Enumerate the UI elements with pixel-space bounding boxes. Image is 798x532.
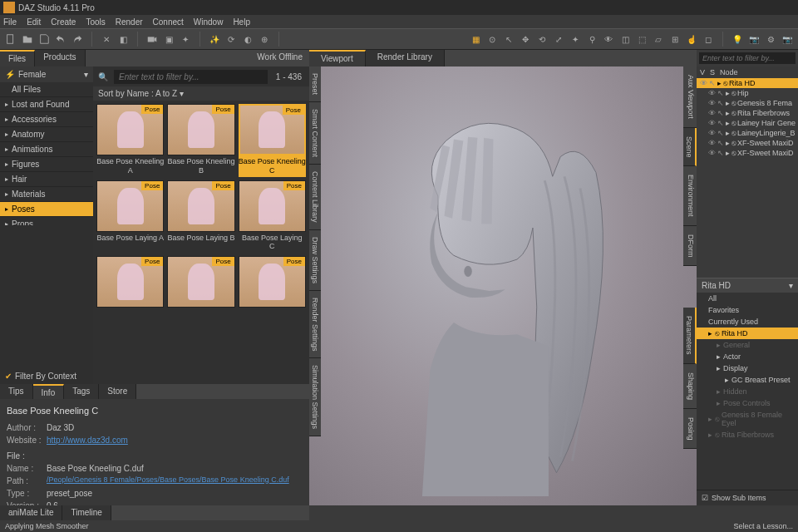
adjust-icon[interactable]: ⟳ xyxy=(224,32,239,47)
tab-products[interactable]: Products xyxy=(35,50,85,66)
expand-icon[interactable]: ▸ xyxy=(726,119,730,127)
pose-item[interactable]: PoseBase Pose Kneeling A xyxy=(96,104,164,177)
category-item[interactable]: ▸Accessories xyxy=(0,112,93,127)
expand-icon[interactable]: ▸ xyxy=(717,364,721,372)
param-item[interactable]: ▸General xyxy=(697,339,798,351)
expand-icon[interactable]: ▸ xyxy=(726,99,730,107)
category-item[interactable]: ▸Anatomy xyxy=(0,127,93,142)
param-item[interactable]: ▸⎋Genesis 8 Female Eyel xyxy=(697,409,798,429)
tab-timeline[interactable]: Timeline xyxy=(62,505,111,520)
side-tab[interactable]: Preset xyxy=(309,66,321,102)
side-tab[interactable]: Simulation Settings xyxy=(309,358,321,436)
expand-icon[interactable]: ▸ xyxy=(717,79,722,87)
param-item[interactable]: ▸⎋Rita Fiberbrows xyxy=(697,429,798,441)
select-icon[interactable]: ↖ xyxy=(717,139,724,147)
pose-item[interactable]: Pose xyxy=(239,256,306,311)
wand-icon[interactable]: ✨ xyxy=(207,32,222,47)
select-icon[interactable]: ↖ xyxy=(717,129,724,137)
param-item[interactable]: ▸Display xyxy=(697,362,798,374)
scene-node[interactable]: 👁↖▸⎋Genesis 8 Fema xyxy=(697,98,798,108)
circle-icon[interactable]: ⊙ xyxy=(485,32,500,47)
menu-connect[interactable]: Connect xyxy=(153,17,184,27)
side-tab[interactable]: Content Library xyxy=(309,165,321,230)
tool2-icon[interactable]: ◐ xyxy=(240,32,255,47)
side-tab[interactable]: Environment xyxy=(683,166,697,226)
render2-icon[interactable]: 📷 xyxy=(780,32,795,47)
category-item[interactable]: ▸Figures xyxy=(0,157,93,172)
side-tab[interactable]: Shaping xyxy=(683,364,697,409)
expand-icon[interactable]: ▸ xyxy=(726,149,730,157)
tab-files[interactable]: Files xyxy=(0,50,35,66)
side-tab[interactable]: Posing xyxy=(683,409,697,450)
param-item[interactable]: ▸Pose Controls xyxy=(697,397,798,409)
redo-icon[interactable] xyxy=(70,32,85,47)
param-item[interactable]: ▸GC Breast Preset xyxy=(697,374,798,386)
scene-node[interactable]: 👁↖▸⎋Rita Fiberbrows xyxy=(697,108,798,118)
select-icon[interactable]: ↖ xyxy=(717,109,724,117)
tab-render-library[interactable]: Render Library xyxy=(366,50,445,66)
expand-icon[interactable]: ▸ xyxy=(717,341,721,349)
param-item[interactable]: All xyxy=(697,293,798,304)
undo-icon[interactable] xyxy=(53,32,68,47)
side-tab[interactable]: Parameters xyxy=(683,308,697,364)
tool3-icon[interactable]: ⊕ xyxy=(257,32,272,47)
expand-icon[interactable]: ▸ xyxy=(717,399,721,407)
open-icon[interactable] xyxy=(20,32,35,47)
param-item[interactable]: Currently Used xyxy=(697,316,798,328)
lesson-selector[interactable]: Select a Lesson... xyxy=(733,522,793,530)
align-icon[interactable]: ⊞ xyxy=(667,32,682,47)
select-icon[interactable]: ↖ xyxy=(717,89,724,97)
viewport-3d[interactable] xyxy=(309,66,697,505)
param-item[interactable]: ▸Actor xyxy=(697,351,798,362)
select-icon[interactable]: ↖ xyxy=(717,149,724,157)
side-tab[interactable]: Smart Content xyxy=(309,102,321,165)
visibility-icon[interactable]: 👁 xyxy=(708,119,716,127)
scene-node[interactable]: 👁↖▸⎋Hip xyxy=(697,88,798,98)
scene-node[interactable]: 👁↖▸⎋XF-Sweet MaxiD xyxy=(697,138,798,148)
pose-item[interactable]: PoseBase Pose Kneeling C xyxy=(239,104,306,177)
select-icon[interactable]: ◻ xyxy=(701,32,716,47)
expand-icon[interactable]: ▸ xyxy=(717,352,721,361)
menu-window[interactable]: Window xyxy=(194,17,224,27)
expand-icon[interactable]: ▸ xyxy=(726,109,730,117)
visibility-icon[interactable]: 👁 xyxy=(708,99,716,107)
translate-icon[interactable]: ✥ xyxy=(518,32,533,47)
pose-item[interactable]: Pose xyxy=(167,256,234,311)
scene-node[interactable]: 👁↖▸⎋LaineyLingerie_B xyxy=(697,128,798,138)
side-tab[interactable]: Render Settings xyxy=(309,291,321,359)
category-item[interactable]: ▸Props xyxy=(0,217,93,225)
scene-node[interactable]: 👁↖▸⎋Rita HD xyxy=(697,78,798,88)
info-tab-store[interactable]: Store xyxy=(99,384,136,399)
expand-icon[interactable]: ▸ xyxy=(708,329,712,337)
menu-create[interactable]: Create xyxy=(51,17,76,27)
delete-icon[interactable]: ✕ xyxy=(99,32,114,47)
new-icon[interactable] xyxy=(3,32,18,47)
visibility-icon[interactable]: 👁 xyxy=(708,109,716,117)
geometry-icon[interactable]: ▱ xyxy=(651,32,666,47)
category-item[interactable]: All Files xyxy=(0,82,93,97)
menu-edit[interactable]: Edit xyxy=(27,17,41,27)
path-link[interactable]: /People/Genesis 8 Female/Poses/Base Pose… xyxy=(47,475,289,487)
param-item[interactable]: ▸Hidden xyxy=(697,386,798,397)
pick-icon[interactable]: ☝ xyxy=(684,32,699,47)
expand-icon[interactable]: ▸ xyxy=(708,431,712,439)
look-icon[interactable]: 👁 xyxy=(601,32,616,47)
universal-icon[interactable]: ✦ xyxy=(568,32,583,47)
expand-icon[interactable]: ▸ xyxy=(726,129,730,137)
menu-file[interactable]: File xyxy=(3,17,17,27)
expand-icon[interactable]: ▸ xyxy=(726,89,730,97)
scene-search-input[interactable] xyxy=(699,52,796,64)
category-item[interactable]: ▸Poses xyxy=(0,202,93,217)
spot-icon[interactable]: ✦ xyxy=(178,32,193,47)
sort-dropdown[interactable]: Sort by Name : A to Z ▾ xyxy=(93,86,309,101)
filter-dropdown[interactable]: ⚡ Female ▾ xyxy=(0,66,93,82)
side-tab[interactable]: Draw Settings xyxy=(309,230,321,291)
info-tab-tips[interactable]: Tips xyxy=(0,384,33,399)
tool-icon[interactable]: ◧ xyxy=(116,32,131,47)
light-icon[interactable]: 💡 xyxy=(730,32,745,47)
param-item[interactable]: ▸⎋Rita HD xyxy=(697,328,798,339)
menu-render[interactable]: Render xyxy=(116,17,143,27)
tab-viewport[interactable]: Viewport xyxy=(309,50,366,66)
camera2-icon[interactable]: 📷 xyxy=(746,32,761,47)
scene-node[interactable]: 👁↖▸⎋Lainey Hair Gene xyxy=(697,118,798,128)
